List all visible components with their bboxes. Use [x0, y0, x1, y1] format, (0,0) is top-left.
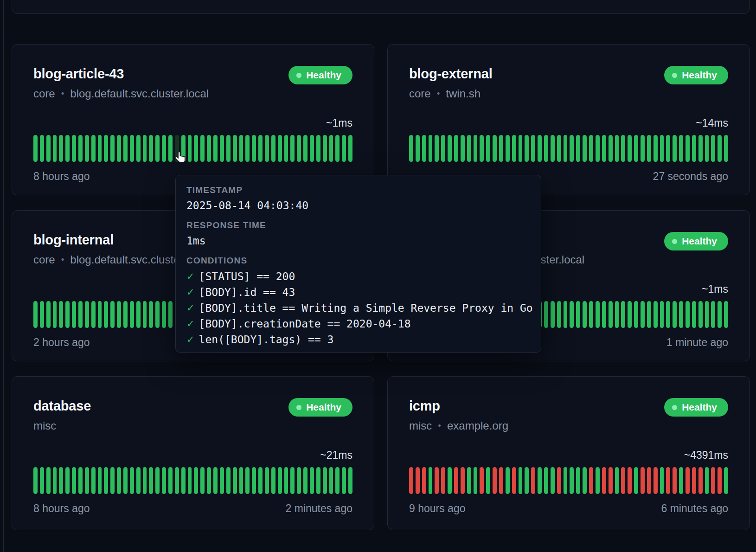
- status-bar[interactable]: [544, 467, 548, 494]
- status-bar[interactable]: [65, 467, 70, 494]
- status-bar[interactable]: [441, 467, 445, 494]
- status-bar[interactable]: [583, 135, 587, 162]
- status-bar[interactable]: [615, 467, 619, 494]
- status-bar[interactable]: [265, 135, 269, 162]
- status-bar[interactable]: [621, 301, 625, 328]
- status-bar[interactable]: [724, 467, 728, 494]
- status-bar[interactable]: [589, 135, 593, 162]
- status-bar[interactable]: [519, 135, 523, 162]
- status-bar[interactable]: [429, 135, 433, 162]
- status-bar[interactable]: [123, 135, 128, 162]
- status-bar[interactable]: [239, 135, 243, 162]
- status-bar[interactable]: [409, 135, 413, 162]
- status-bar[interactable]: [181, 467, 186, 494]
- endpoint-card-database[interactable]: database misc Healthy ~21ms 8 hours ago …: [12, 376, 374, 530]
- status-bar[interactable]: [303, 467, 308, 494]
- status-bar[interactable]: [557, 467, 561, 494]
- status-bar[interactable]: [692, 135, 696, 162]
- status-bar[interactable]: [416, 467, 420, 494]
- status-bar[interactable]: [290, 135, 295, 162]
- status-bar[interactable]: [323, 467, 327, 494]
- status-bar[interactable]: [316, 135, 320, 162]
- status-bar[interactable]: [271, 135, 275, 162]
- status-bar[interactable]: [429, 467, 433, 494]
- status-bar[interactable]: [602, 467, 606, 494]
- status-bar[interactable]: [85, 135, 89, 162]
- status-bar[interactable]: [416, 135, 420, 162]
- status-bar[interactable]: [194, 135, 198, 162]
- status-bar[interactable]: [117, 135, 121, 162]
- status-bar[interactable]: [149, 135, 153, 162]
- status-bar[interactable]: [506, 467, 510, 494]
- status-bar[interactable]: [239, 467, 243, 494]
- status-bar[interactable]: [310, 135, 314, 162]
- status-bar[interactable]: [666, 467, 670, 494]
- status-bar[interactable]: [679, 467, 683, 494]
- status-bar[interactable]: [245, 467, 250, 494]
- status-bar[interactable]: [576, 467, 580, 494]
- status-bar[interactable]: [207, 135, 211, 162]
- status-bar[interactable]: [110, 135, 115, 162]
- status-bar[interactable]: [335, 467, 340, 494]
- status-bar[interactable]: [310, 467, 314, 494]
- status-bar[interactable]: [348, 467, 352, 494]
- status-bar[interactable]: [323, 135, 327, 162]
- status-bar[interactable]: [78, 301, 83, 328]
- status-bar[interactable]: [65, 301, 70, 328]
- status-bar[interactable]: [162, 467, 166, 494]
- status-bar[interactable]: [149, 301, 153, 328]
- status-bar[interactable]: [660, 135, 664, 162]
- status-bar[interactable]: [506, 135, 510, 162]
- status-bar[interactable]: [621, 135, 625, 162]
- status-bar[interactable]: [448, 135, 452, 162]
- status-bar[interactable]: [531, 467, 535, 494]
- status-bar[interactable]: [493, 135, 497, 162]
- status-bar[interactable]: [33, 135, 38, 162]
- status-bar[interactable]: [40, 135, 44, 162]
- status-bar[interactable]: [634, 301, 638, 328]
- status-bar[interactable]: [409, 467, 413, 494]
- status-bar[interactable]: [544, 301, 548, 328]
- status-bar[interactable]: [149, 467, 153, 494]
- status-bar[interactable]: [711, 467, 715, 494]
- status-bar[interactable]: [512, 135, 516, 162]
- status-bar[interactable]: [615, 301, 619, 328]
- status-bar[interactable]: [499, 467, 503, 494]
- status-bar[interactable]: [705, 301, 709, 328]
- status-bar[interactable]: [168, 467, 173, 494]
- status-bar[interactable]: [53, 467, 57, 494]
- status-bar[interactable]: [724, 135, 728, 162]
- status-bar[interactable]: [200, 467, 205, 494]
- status-bar[interactable]: [297, 467, 301, 494]
- status-bar[interactable]: [628, 135, 632, 162]
- status-bar[interactable]: [98, 135, 102, 162]
- status-bar[interactable]: [297, 135, 301, 162]
- status-bar[interactable]: [673, 301, 677, 328]
- status-bar[interactable]: [467, 135, 471, 162]
- status-bar[interactable]: [538, 135, 542, 162]
- status-bar[interactable]: [461, 135, 465, 162]
- status-bar[interactable]: [641, 301, 645, 328]
- status-bar[interactable]: [162, 301, 166, 328]
- status-bar[interactable]: [72, 135, 76, 162]
- status-bar[interactable]: [348, 135, 352, 162]
- status-bar[interactable]: [647, 135, 651, 162]
- status-bar[interactable]: [188, 135, 192, 162]
- status-bar[interactable]: [718, 467, 722, 494]
- status-bar[interactable]: [679, 135, 683, 162]
- status-bar[interactable]: [136, 135, 141, 162]
- status-bar[interactable]: [143, 467, 147, 494]
- status-bar[interactable]: [711, 135, 715, 162]
- status-bar[interactable]: [531, 135, 535, 162]
- status-bar[interactable]: [200, 135, 205, 162]
- status-bar[interactable]: [33, 301, 38, 328]
- status-bar[interactable]: [422, 135, 426, 162]
- status-bar[interactable]: [583, 467, 587, 494]
- status-bar[interactable]: [233, 135, 237, 162]
- status-bar[interactable]: [175, 467, 179, 494]
- status-bar[interactable]: [85, 467, 89, 494]
- status-bar[interactable]: [718, 301, 722, 328]
- status-bar[interactable]: [155, 467, 160, 494]
- status-bar[interactable]: [698, 301, 703, 328]
- status-bar[interactable]: [544, 135, 548, 162]
